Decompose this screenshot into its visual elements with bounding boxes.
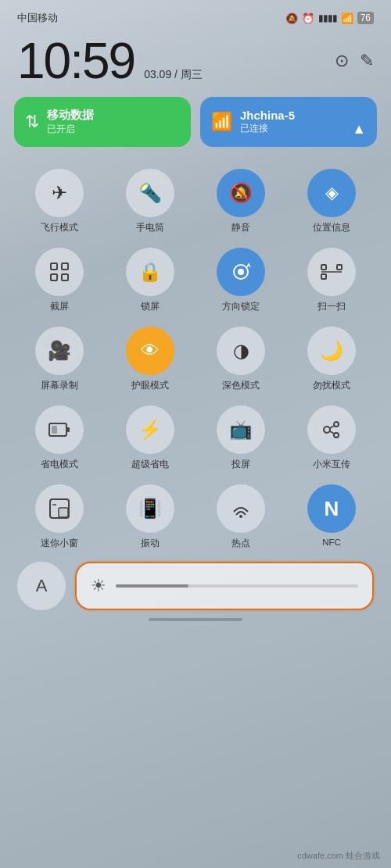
hotspot-label: 热点: [231, 538, 250, 549]
svg-rect-11: [67, 427, 70, 432]
ctrl-mute[interactable]: 🔕 静音: [196, 161, 286, 240]
battery-btn: [35, 405, 84, 454]
airplane-btn: ✈: [35, 169, 84, 217]
ctrl-battery[interactable]: 省电模式: [14, 398, 105, 477]
donotdisturb-label: 勿扰模式: [313, 380, 350, 391]
darkmode-label: 深色模式: [222, 380, 260, 391]
cast-label: 投屏: [231, 459, 250, 470]
font-label: A: [36, 576, 48, 596]
mobile-data-icon: ⇅: [25, 112, 39, 132]
home-indicator: [149, 618, 242, 621]
bottom-row: A ☀: [14, 562, 377, 610]
screenrecord-label: 屏幕录制: [41, 380, 78, 391]
scan-label: 扫一扫: [317, 301, 346, 313]
donotdisturb-btn: 🌙: [307, 327, 356, 375]
wifi-title: Jhchina-5: [240, 109, 295, 122]
date-display: 03.09 / 周三: [144, 68, 203, 82]
eyeprotect-btn: 👁: [126, 327, 174, 375]
alarm-set-icon[interactable]: ⊙: [335, 51, 349, 71]
ctrl-hotspot[interactable]: 热点: [196, 477, 286, 555]
mobile-data-sub: 已开启: [47, 123, 94, 136]
brightness-slider-wrap[interactable]: ☀: [75, 562, 374, 610]
ctrl-vibrate[interactable]: 📳 振动: [105, 477, 196, 555]
vibrate-btn: 📳: [126, 484, 174, 533]
svg-rect-1: [62, 263, 68, 270]
ctrl-miniwindow[interactable]: 迷你小窗: [14, 477, 105, 555]
ctrl-screenshot[interactable]: 截屏: [14, 240, 105, 319]
brightness-sun-icon: ☀: [91, 576, 106, 596]
wifi-icon: 📶: [341, 13, 353, 24]
cast-btn: 📺: [217, 405, 265, 454]
svg-point-21: [239, 515, 242, 518]
wifi-tile[interactable]: 📶 Jhchina-5 已连接 ▲: [200, 97, 377, 147]
watermark: cdwafe.com 蛙合游戏: [297, 850, 380, 862]
svg-line-16: [330, 426, 334, 428]
brightness-track: [116, 584, 358, 588]
ctrl-screenrecord[interactable]: 🎥 屏幕录制: [14, 319, 105, 398]
svg-point-14: [334, 422, 339, 427]
wifi-text: Jhchina-5 已连接: [240, 109, 295, 135]
brightness-fill-bar: [116, 584, 188, 588]
xiaomishare-label: 小米互传: [313, 459, 350, 470]
ctrl-cast[interactable]: 📺 投屏: [196, 398, 286, 477]
ctrl-airplane[interactable]: ✈ 飞行模式: [14, 161, 105, 240]
battery-icon: 76: [357, 12, 374, 24]
nfc-btn: N: [307, 484, 356, 533]
quick-tiles-row: ⇅ 移动数据 已开启 📶 Jhchina-5 已连接 ▲: [14, 97, 377, 147]
mute-label: 静音: [231, 222, 250, 234]
lockscreen-btn: 🔒: [126, 248, 174, 296]
bell-icon: 🔕: [285, 13, 298, 24]
svg-rect-8: [321, 274, 326, 279]
svg-line-17: [330, 431, 334, 434]
mobile-data-text: 移动数据 已开启: [47, 108, 94, 136]
ctrl-xiaomishare[interactable]: 小米互传: [286, 398, 377, 477]
ctrl-location[interactable]: ◈ 位置信息: [286, 161, 377, 240]
mute-btn: 🔕: [217, 169, 265, 217]
airplane-label: 飞行模式: [41, 222, 78, 234]
ctrl-rotation[interactable]: 方向锁定: [196, 240, 286, 319]
ctrl-nfc[interactable]: N NFC: [286, 477, 377, 555]
status-icons: 🔕 ⏰ ▮▮▮▮ 📶 76: [285, 12, 374, 24]
rotation-btn: [217, 248, 265, 296]
alarm-icon: ⏰: [302, 13, 314, 24]
ctrl-eyeprotect[interactable]: 👁 护眼模式: [105, 319, 196, 398]
svg-rect-3: [62, 274, 68, 280]
ctrl-scan[interactable]: 扫一扫: [286, 240, 377, 319]
carrier-label: 中国移动: [17, 11, 58, 25]
vibrate-label: 振动: [141, 538, 160, 549]
svg-rect-0: [51, 263, 57, 270]
miniwindow-btn: [35, 484, 84, 533]
location-label: 位置信息: [313, 222, 350, 234]
ctrl-supersave[interactable]: ⚡ 超级省电: [105, 398, 196, 477]
flashlight-btn: 🔦: [126, 169, 174, 217]
flashlight-label: 手电筒: [136, 222, 164, 234]
supersave-btn: ⚡: [126, 405, 174, 454]
lockscreen-label: 锁屏: [141, 301, 160, 313]
hotspot-btn: [217, 484, 265, 533]
time-action-icons: ⊙ ✎: [335, 51, 374, 71]
screenshot-btn: [35, 248, 84, 296]
svg-rect-12: [52, 426, 57, 434]
ctrl-donotdisturb[interactable]: 🌙 勿扰模式: [286, 319, 377, 398]
nfc-label: NFC: [322, 538, 341, 547]
ctrl-flashlight[interactable]: 🔦 手电筒: [105, 161, 196, 240]
wifi-corner-icon: ▲: [352, 121, 366, 138]
wifi-tile-icon: 📶: [211, 112, 232, 132]
ctrl-lockscreen[interactable]: 🔒 锁屏: [105, 240, 196, 319]
mobile-data-tile[interactable]: ⇅ 移动数据 已开启: [14, 97, 191, 147]
screenshot-label: 截屏: [50, 301, 69, 313]
font-size-btn[interactable]: A: [17, 562, 66, 610]
svg-rect-6: [321, 265, 326, 270]
scan-btn: [307, 248, 356, 296]
svg-rect-2: [51, 274, 57, 280]
clock-display: 10:59: [17, 36, 135, 86]
miniwindow-label: 迷你小窗: [41, 538, 78, 549]
edit-icon[interactable]: ✎: [360, 51, 374, 71]
svg-point-13: [324, 427, 330, 433]
battery-label: 省电模式: [41, 459, 78, 470]
svg-point-15: [334, 433, 339, 438]
signal-icon: ▮▮▮▮: [318, 13, 337, 23]
controls-grid: ✈ 飞行模式 🔦 手电筒 🔕 静音 ◈ 位置信息 截屏: [14, 161, 377, 555]
supersave-label: 超级省电: [131, 459, 169, 470]
ctrl-darkmode[interactable]: ◑ 深色模式: [196, 319, 286, 398]
